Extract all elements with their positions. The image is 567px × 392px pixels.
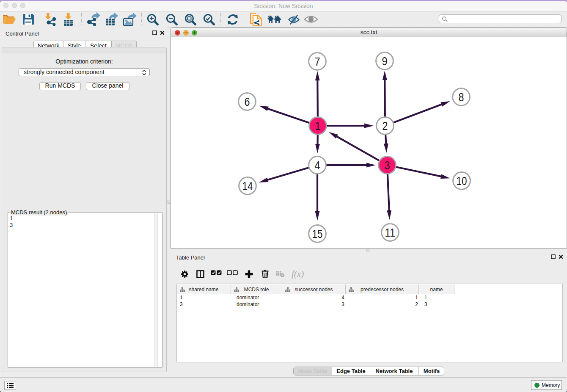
svg-text:4: 4 xyxy=(315,159,320,172)
svg-text:1: 1 xyxy=(315,120,321,133)
svg-text:10: 10 xyxy=(457,175,467,188)
svg-text:6: 6 xyxy=(245,96,250,108)
svg-text:15: 15 xyxy=(312,228,323,240)
svg-text:11: 11 xyxy=(385,226,396,239)
svg-text:3: 3 xyxy=(385,159,390,172)
svg-text:2: 2 xyxy=(383,120,388,133)
svg-text:8: 8 xyxy=(459,91,464,104)
svg-text:9: 9 xyxy=(382,55,388,68)
svg-text:7: 7 xyxy=(315,55,320,68)
svg-text:14: 14 xyxy=(242,180,253,193)
